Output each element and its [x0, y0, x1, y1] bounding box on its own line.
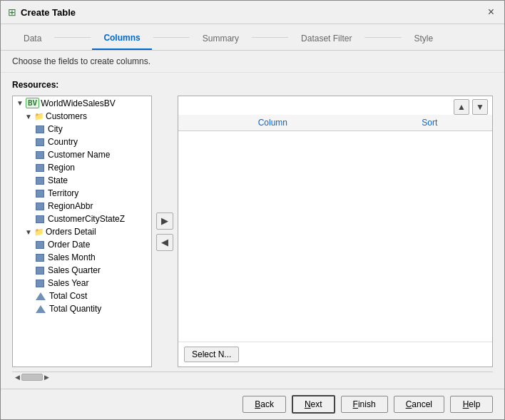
column-header: Column [178, 115, 367, 131]
folder-orders-detail[interactable]: ▼ 📁 Orders Detail [13, 225, 151, 238]
city-label: City [48, 124, 63, 134]
sales-quarter-label: Sales Quarter [48, 265, 101, 275]
title-bar-left: ⊞ Create Table [8, 6, 76, 18]
state-label: State [48, 175, 68, 185]
region-label: Region [48, 163, 75, 173]
field-territory[interactable]: Territory [13, 187, 151, 200]
scroll-left-arrow[interactable]: ◀ [14, 374, 21, 381]
sort-up-button[interactable]: ▲ [454, 99, 469, 115]
back-button[interactable]: Back [243, 396, 286, 413]
root-label: WorldWideSalesBV [41, 98, 115, 108]
customers-toggle: ▼ [24, 113, 33, 121]
columns-table: Column Sort [178, 115, 492, 131]
select-n-button[interactable]: Select N... [184, 347, 239, 362]
field-icon-region [36, 164, 44, 172]
tab-style[interactable]: Style [402, 31, 444, 49]
field-sales-month[interactable]: Sales Month [13, 251, 151, 264]
subtitle: Choose the fields to create columns. [1, 51, 504, 73]
field-customer-city-state[interactable]: CustomerCityStateZ [13, 212, 151, 225]
field-icon-city [36, 126, 44, 133]
bv-icon: BV [26, 98, 39, 108]
field-customer-name[interactable]: Customer Name [13, 148, 151, 161]
orders-detail-folder-icon: 📁 [34, 227, 44, 237]
scroll-right-arrow[interactable]: ▶ [43, 374, 51, 381]
field-icon-sales-quarter [36, 267, 44, 275]
sort-down-button[interactable]: ▼ [472, 99, 488, 115]
measure-icon-total-cost [36, 292, 46, 300]
tab-columns[interactable]: Columns [92, 30, 151, 50]
columns-panel: ▲ ▼ Column Sort [178, 96, 493, 367]
territory-label: Territory [48, 188, 78, 198]
field-icon-country [36, 138, 44, 146]
tab-sep-2: ────── [152, 32, 191, 48]
field-country[interactable]: Country [13, 135, 151, 148]
field-order-date[interactable]: Order Date [13, 238, 151, 251]
orders-detail-toggle: ▼ [24, 228, 33, 236]
measure-icon-total-quantity [36, 305, 46, 313]
field-icon-order-date [36, 241, 44, 249]
help-button[interactable]: Help [450, 396, 493, 413]
sort-header: Sort [367, 115, 492, 131]
create-table-dialog: ⊞ Create Table × Data ────── Columns ───… [0, 0, 505, 420]
field-state[interactable]: State [13, 174, 151, 187]
customers-folder-icon: 📁 [34, 112, 44, 121]
add-field-button[interactable]: ▶ [156, 212, 173, 230]
folder-customers[interactable]: ▼ 📁 Customers [13, 110, 151, 123]
sales-month-label: Sales Month [48, 252, 96, 262]
scrollbar-thumb[interactable] [21, 374, 43, 381]
body: Resources: ▼ BV WorldWideSalesBV ▼ 📁 Cus… [1, 73, 504, 389]
field-icon-territory [36, 190, 44, 198]
main-content: ▼ BV WorldWideSalesBV ▼ 📁 Customers City [12, 96, 493, 367]
field-region[interactable]: Region [13, 161, 151, 174]
remove-field-button[interactable]: ◀ [156, 234, 173, 251]
field-total-cost[interactable]: Total Cost [13, 290, 151, 302]
center-arrows: ▶ ◀ [152, 96, 178, 367]
tab-summary[interactable]: Summary [191, 31, 250, 49]
dialog-title: Create Table [21, 7, 76, 18]
total-quantity-label: Total Quantity [49, 304, 101, 314]
sales-year-label: Sales Year [48, 278, 88, 288]
horizontal-scrollbar[interactable]: ◀ ▶ [12, 372, 493, 381]
sort-buttons: ▲ ▼ [178, 96, 492, 115]
footer: Back Next Finish Cancel Help [1, 389, 504, 419]
field-icon-customer-city-state [36, 215, 44, 223]
field-icon-customer-name [36, 151, 44, 159]
next-button[interactable]: Next [292, 395, 335, 414]
field-sales-quarter[interactable]: Sales Quarter [13, 264, 151, 277]
tab-dataset-filter[interactable]: Dataset Filter [290, 31, 363, 49]
tree-panel[interactable]: ▼ BV WorldWideSalesBV ▼ 📁 Customers City [12, 96, 152, 367]
title-bar: ⊞ Create Table × [1, 1, 504, 24]
field-icon-region-abbr [36, 203, 44, 210]
customer-name-label: Customer Name [48, 150, 110, 160]
finish-button[interactable]: Finish [341, 396, 388, 413]
resources-label: Resources: [12, 80, 493, 90]
cancel-button[interactable]: Cancel [394, 396, 444, 413]
customer-city-state-label: CustomerCityStateZ [48, 214, 125, 224]
tab-sep-3: ────── [250, 32, 290, 48]
order-date-label: Order Date [48, 240, 90, 250]
select-n-row: Select N... [178, 342, 492, 367]
tab-sep-4: ────── [363, 32, 402, 48]
field-sales-year[interactable]: Sales Year [13, 277, 151, 290]
region-abbr-label: RegionAbbr [48, 201, 93, 211]
customers-label: Customers [46, 111, 87, 121]
field-icon-sales-month [36, 254, 44, 262]
root-toggle: ▼ [16, 99, 24, 107]
close-button[interactable]: × [485, 6, 497, 18]
field-city[interactable]: City [13, 123, 151, 135]
tree-root[interactable]: ▼ BV WorldWideSalesBV [13, 96, 151, 110]
field-region-abbr[interactable]: RegionAbbr [13, 200, 151, 212]
total-cost-label: Total Cost [49, 291, 87, 301]
orders-detail-label: Orders Detail [46, 227, 96, 237]
field-total-quantity[interactable]: Total Quantity [13, 302, 151, 315]
table-icon: ⊞ [8, 6, 16, 18]
field-icon-sales-year [36, 280, 44, 287]
columns-table-wrapper[interactable]: Column Sort [178, 115, 492, 342]
country-label: Country [48, 137, 78, 147]
tab-sep-1: ────── [53, 32, 92, 48]
wizard-tabs: Data ────── Columns ────── Summary ─────… [1, 24, 504, 51]
field-icon-state [36, 177, 44, 185]
tab-data[interactable]: Data [12, 31, 53, 49]
